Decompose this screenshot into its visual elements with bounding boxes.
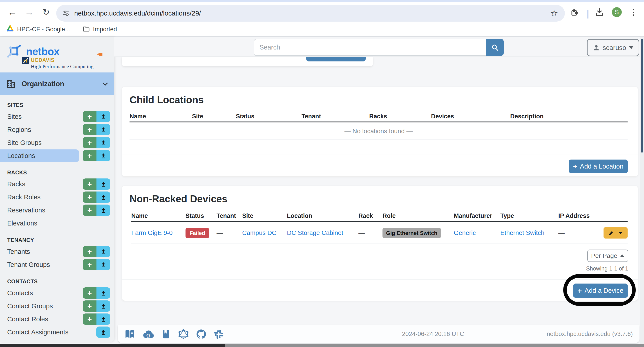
rest-api-icon[interactable]: {} [142,329,154,339]
scrolled-button-fragment[interactable] [306,57,366,62]
column-header[interactable]: Tenant [302,113,369,120]
column-header[interactable]: Manufacturer [454,212,500,219]
add-icon[interactable]: + [83,191,96,203]
button-label: Add a Location [580,163,623,170]
url-bar[interactable]: netbox.hpc.ucdavis.edu/dcim/locations/29… [56,5,565,22]
add-icon[interactable]: + [83,205,96,216]
browser-menu-icon[interactable]: ⋮ [628,2,639,23]
add-icon[interactable]: + [83,111,96,122]
docs-icon[interactable] [124,328,135,340]
graphql-icon[interactable] [178,329,189,339]
column-header[interactable]: Site [242,212,287,219]
import-icon[interactable] [96,205,110,216]
site-info-icon[interactable] [62,9,70,17]
sidebar-item-contact-groups[interactable]: Contact Groups + [0,300,114,312]
sidebar-item-tenant-groups[interactable]: Tenant Groups + [0,258,114,271]
github-icon[interactable] [196,328,207,340]
sidebar-item-label: Tenants [7,248,30,255]
sidebar-item-tenants[interactable]: Tenants + [0,245,114,258]
sidebar-group-organization[interactable]: Organization [0,73,114,95]
column-header[interactable]: Rack [358,212,382,219]
reload-icon[interactable]: ↻ [38,2,54,23]
import-icon[interactable] [96,287,110,299]
sidebar-item-racks[interactable]: Racks + [0,178,114,190]
bookmark-drive[interactable]: HPC-CF - Google... [6,25,70,34]
user-menu-button[interactable]: scaruso [587,39,639,56]
import-icon[interactable] [96,191,110,203]
back-icon[interactable]: ← [4,2,20,23]
profile-avatar[interactable]: S [612,2,622,23]
panel-title: Non-Racked Devices [130,193,227,205]
bookmark-imported[interactable]: Imported [83,25,117,34]
import-icon[interactable] [96,124,110,135]
column-header[interactable]: Site [192,113,236,120]
sidebar-item-sites[interactable]: Sites + [0,110,114,123]
netbox-logo-text[interactable]: netbox [26,45,59,58]
manufacturer-link[interactable]: Generic [454,229,500,236]
add-icon[interactable]: + [83,313,96,325]
add-icon[interactable]: + [83,124,96,135]
sidebar-item-contacts[interactable]: Contacts + [0,287,114,299]
sidebar-item-reservations[interactable]: Reservations + [0,204,114,216]
import-icon[interactable] [96,137,110,148]
add-location-button[interactable]: + Add a Location [569,160,628,173]
column-header[interactable]: Devices [431,113,510,120]
showing-count: Showing 1-1 of 1 [586,265,628,272]
add-icon[interactable]: + [83,246,96,257]
slack-icon[interactable] [214,329,224,339]
add-icon[interactable]: + [83,150,96,161]
column-header[interactable]: Racks [369,113,431,120]
scrollbar-thumb[interactable] [641,39,643,153]
location-link[interactable]: DC Storage Cabinet [287,229,358,236]
edit-caret-icon[interactable] [618,232,623,234]
sidebar-item-contact-assignments[interactable]: Contact Assignments [0,326,114,338]
import-icon[interactable] [96,178,110,190]
column-header[interactable]: Status [186,212,216,219]
import-icon[interactable] [96,326,110,338]
column-header[interactable]: Location [287,212,358,219]
column-header[interactable]: IP Address [558,212,599,219]
pin-icon[interactable] [96,51,104,59]
forward-icon[interactable]: → [21,2,37,23]
import-icon[interactable] [96,259,110,270]
group-label: Organization [22,80,64,88]
add-icon[interactable]: + [83,137,96,148]
column-header[interactable]: Tenant [216,212,242,219]
sidebar-item-rack-roles[interactable]: Rack Roles + [0,191,114,203]
import-icon[interactable] [96,150,110,161]
column-header[interactable]: Name [130,113,192,120]
import-icon[interactable] [96,246,110,257]
type-link[interactable]: Ethernet Switch [500,229,558,236]
edit-device-button[interactable] [604,227,628,238]
footer-host-version: netbox.hpc.ucdavis.edu (v3.7.6) [547,325,633,343]
search-button[interactable] [486,39,504,56]
sidebar-item-regions[interactable]: Regions + [0,123,114,136]
sidebar-item-contact-roles[interactable]: Contact Roles + [0,313,114,325]
netbox-logo-icon[interactable] [7,45,22,60]
url-text[interactable]: netbox.hpc.ucdavis.edu/dcim/locations/29… [74,10,550,17]
search-input[interactable] [254,39,486,56]
add-icon[interactable]: + [83,178,96,190]
add-icon[interactable]: + [83,259,96,270]
import-icon[interactable] [96,300,110,312]
sidebar-item-site-groups[interactable]: Site Groups + [0,136,114,149]
sidebar-item-elevations[interactable]: Elevations [0,217,114,229]
column-header[interactable]: Name [131,212,186,219]
sidebar-item-locations[interactable]: Locations + [0,149,114,162]
column-header[interactable]: Role [382,212,454,219]
add-icon[interactable]: + [83,300,96,312]
chevron-down-icon [102,80,109,88]
column-header[interactable]: Status [236,113,302,120]
api-docs-icon[interactable] [161,329,171,339]
import-icon[interactable] [96,313,110,325]
downloads-icon[interactable] [595,2,604,23]
add-icon[interactable]: + [83,287,96,299]
sidebar-item-label: Sites [7,113,22,120]
import-icon[interactable] [96,111,110,122]
column-header[interactable]: Description [510,113,628,120]
per-page-dropdown[interactable]: Per Page [587,250,628,262]
column-header[interactable]: Type [500,212,558,219]
site-link[interactable]: Campus DC [242,229,287,236]
extensions-icon[interactable] [570,2,579,23]
device-link[interactable]: Farm GigE 9-0 [131,229,186,236]
